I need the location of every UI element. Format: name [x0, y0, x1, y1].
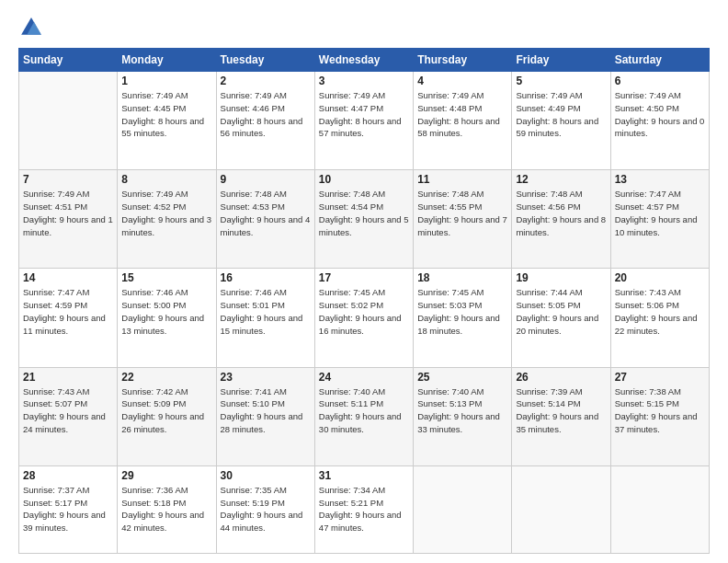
day-cell: 10 Sunrise: 7:48 AM Sunset: 4:54 PM Dayl… — [314, 170, 413, 269]
day-cell: 24 Sunrise: 7:40 AM Sunset: 5:11 PM Dayl… — [314, 367, 413, 465]
day-info: Sunrise: 7:43 AM Sunset: 5:06 PM Dayligh… — [615, 286, 705, 337]
header-row: SundayMondayTuesdayWednesdayThursdayFrid… — [19, 49, 710, 72]
day-number: 17 — [319, 271, 409, 284]
day-cell: 12 Sunrise: 7:48 AM Sunset: 4:56 PM Dayl… — [512, 170, 610, 269]
day-number: 26 — [516, 371, 606, 384]
day-info: Sunrise: 7:49 AM Sunset: 4:49 PM Dayligh… — [516, 89, 606, 140]
header-cell-friday: Friday — [512, 49, 610, 72]
day-info: Sunrise: 7:49 AM Sunset: 4:45 PM Dayligh… — [121, 89, 211, 140]
day-cell — [512, 465, 610, 553]
day-cell: 7 Sunrise: 7:49 AM Sunset: 4:51 PM Dayli… — [19, 170, 118, 269]
header-cell-thursday: Thursday — [414, 49, 512, 72]
day-info: Sunrise: 7:42 AM Sunset: 5:09 PM Dayligh… — [121, 385, 211, 436]
day-number: 11 — [417, 173, 507, 186]
day-info: Sunrise: 7:49 AM Sunset: 4:48 PM Dayligh… — [417, 89, 507, 140]
day-info: Sunrise: 7:40 AM Sunset: 5:11 PM Dayligh… — [319, 385, 409, 436]
day-number: 19 — [516, 271, 606, 284]
day-number: 20 — [615, 271, 705, 284]
day-info: Sunrise: 7:48 AM Sunset: 4:53 PM Dayligh… — [221, 188, 311, 238]
day-cell: 6 Sunrise: 7:49 AM Sunset: 4:50 PM Dayli… — [610, 72, 709, 170]
header-cell-wednesday: Wednesday — [314, 49, 413, 72]
day-cell: 20 Sunrise: 7:43 AM Sunset: 5:06 PM Dayl… — [610, 269, 709, 367]
day-info: Sunrise: 7:43 AM Sunset: 5:07 PM Dayligh… — [23, 385, 113, 436]
day-info: Sunrise: 7:49 AM Sunset: 4:51 PM Dayligh… — [23, 188, 113, 238]
day-info: Sunrise: 7:44 AM Sunset: 5:05 PM Dayligh… — [516, 286, 606, 337]
day-number: 30 — [221, 469, 311, 482]
day-cell: 22 Sunrise: 7:42 AM Sunset: 5:09 PM Dayl… — [118, 367, 216, 465]
day-info: Sunrise: 7:45 AM Sunset: 5:03 PM Dayligh… — [417, 286, 507, 337]
day-info: Sunrise: 7:47 AM Sunset: 4:59 PM Dayligh… — [23, 286, 113, 337]
day-number: 27 — [615, 371, 705, 384]
calendar-table: SundayMondayTuesdayWednesdayThursdayFrid… — [18, 48, 710, 554]
day-cell — [414, 465, 512, 553]
header-cell-saturday: Saturday — [610, 49, 709, 72]
day-info: Sunrise: 7:35 AM Sunset: 5:19 PM Dayligh… — [221, 484, 311, 534]
day-info: Sunrise: 7:34 AM Sunset: 5:21 PM Dayligh… — [319, 484, 409, 534]
day-number: 24 — [319, 371, 409, 384]
day-info: Sunrise: 7:37 AM Sunset: 5:17 PM Dayligh… — [23, 484, 113, 534]
day-number: 8 — [121, 173, 211, 186]
logo-icon — [18, 15, 44, 40]
day-number: 18 — [417, 271, 507, 284]
day-number: 21 — [23, 371, 113, 384]
week-row-2: 7 Sunrise: 7:49 AM Sunset: 4:51 PM Dayli… — [19, 170, 710, 269]
day-cell: 25 Sunrise: 7:40 AM Sunset: 5:13 PM Dayl… — [414, 367, 512, 465]
day-number: 5 — [516, 75, 606, 87]
day-cell: 15 Sunrise: 7:46 AM Sunset: 5:00 PM Dayl… — [118, 269, 216, 367]
day-info: Sunrise: 7:39 AM Sunset: 5:14 PM Dayligh… — [516, 385, 606, 436]
day-cell: 17 Sunrise: 7:45 AM Sunset: 5:02 PM Dayl… — [314, 269, 413, 367]
day-cell: 8 Sunrise: 7:49 AM Sunset: 4:52 PM Dayli… — [118, 170, 216, 269]
day-number: 9 — [221, 173, 311, 186]
day-number: 1 — [121, 75, 211, 87]
day-cell: 3 Sunrise: 7:49 AM Sunset: 4:47 PM Dayli… — [314, 72, 413, 170]
day-info: Sunrise: 7:49 AM Sunset: 4:47 PM Dayligh… — [319, 89, 409, 140]
day-number: 22 — [121, 371, 211, 384]
day-cell: 16 Sunrise: 7:46 AM Sunset: 5:01 PM Dayl… — [216, 269, 314, 367]
day-cell: 2 Sunrise: 7:49 AM Sunset: 4:46 PM Dayli… — [216, 72, 314, 170]
day-cell: 14 Sunrise: 7:47 AM Sunset: 4:59 PM Dayl… — [19, 269, 118, 367]
day-cell: 13 Sunrise: 7:47 AM Sunset: 4:57 PM Dayl… — [610, 170, 709, 269]
week-row-4: 21 Sunrise: 7:43 AM Sunset: 5:07 PM Dayl… — [19, 367, 710, 465]
day-info: Sunrise: 7:46 AM Sunset: 5:01 PM Dayligh… — [221, 286, 311, 337]
day-cell: 21 Sunrise: 7:43 AM Sunset: 5:07 PM Dayl… — [19, 367, 118, 465]
header — [18, 15, 710, 40]
day-cell: 29 Sunrise: 7:36 AM Sunset: 5:18 PM Dayl… — [118, 465, 216, 553]
day-number: 15 — [121, 271, 211, 284]
day-info: Sunrise: 7:49 AM Sunset: 4:46 PM Dayligh… — [221, 89, 311, 140]
day-cell: 18 Sunrise: 7:45 AM Sunset: 5:03 PM Dayl… — [414, 269, 512, 367]
day-cell — [19, 72, 118, 170]
day-info: Sunrise: 7:48 AM Sunset: 4:56 PM Dayligh… — [516, 188, 606, 238]
day-info: Sunrise: 7:47 AM Sunset: 4:57 PM Dayligh… — [615, 188, 705, 238]
day-info: Sunrise: 7:36 AM Sunset: 5:18 PM Dayligh… — [121, 484, 211, 534]
day-number: 16 — [221, 271, 311, 284]
day-cell: 19 Sunrise: 7:44 AM Sunset: 5:05 PM Dayl… — [512, 269, 610, 367]
day-cell: 1 Sunrise: 7:49 AM Sunset: 4:45 PM Dayli… — [118, 72, 216, 170]
day-number: 10 — [319, 173, 409, 186]
day-number: 28 — [23, 469, 113, 482]
day-number: 25 — [417, 371, 507, 384]
day-info: Sunrise: 7:49 AM Sunset: 4:50 PM Dayligh… — [615, 89, 705, 140]
day-cell — [610, 465, 709, 553]
day-number: 29 — [121, 469, 211, 482]
day-number: 31 — [319, 469, 409, 482]
week-row-3: 14 Sunrise: 7:47 AM Sunset: 4:59 PM Dayl… — [19, 269, 710, 367]
logo — [18, 15, 48, 40]
week-row-5: 28 Sunrise: 7:37 AM Sunset: 5:17 PM Dayl… — [19, 465, 710, 553]
day-number: 7 — [23, 173, 113, 186]
page: SundayMondayTuesdayWednesdayThursdayFrid… — [0, 0, 728, 563]
header-cell-sunday: Sunday — [19, 49, 118, 72]
day-info: Sunrise: 7:38 AM Sunset: 5:15 PM Dayligh… — [615, 385, 705, 436]
day-cell: 31 Sunrise: 7:34 AM Sunset: 5:21 PM Dayl… — [314, 465, 413, 553]
day-number: 14 — [23, 271, 113, 284]
day-number: 23 — [221, 371, 311, 384]
day-cell: 28 Sunrise: 7:37 AM Sunset: 5:17 PM Dayl… — [19, 465, 118, 553]
day-info: Sunrise: 7:48 AM Sunset: 4:55 PM Dayligh… — [417, 188, 507, 238]
day-info: Sunrise: 7:49 AM Sunset: 4:52 PM Dayligh… — [121, 188, 211, 238]
day-info: Sunrise: 7:41 AM Sunset: 5:10 PM Dayligh… — [221, 385, 311, 436]
day-number: 3 — [319, 75, 409, 87]
day-cell: 27 Sunrise: 7:38 AM Sunset: 5:15 PM Dayl… — [610, 367, 709, 465]
day-cell: 11 Sunrise: 7:48 AM Sunset: 4:55 PM Dayl… — [414, 170, 512, 269]
day-info: Sunrise: 7:46 AM Sunset: 5:00 PM Dayligh… — [121, 286, 211, 337]
day-cell: 23 Sunrise: 7:41 AM Sunset: 5:10 PM Dayl… — [216, 367, 314, 465]
day-number: 6 — [615, 75, 705, 87]
